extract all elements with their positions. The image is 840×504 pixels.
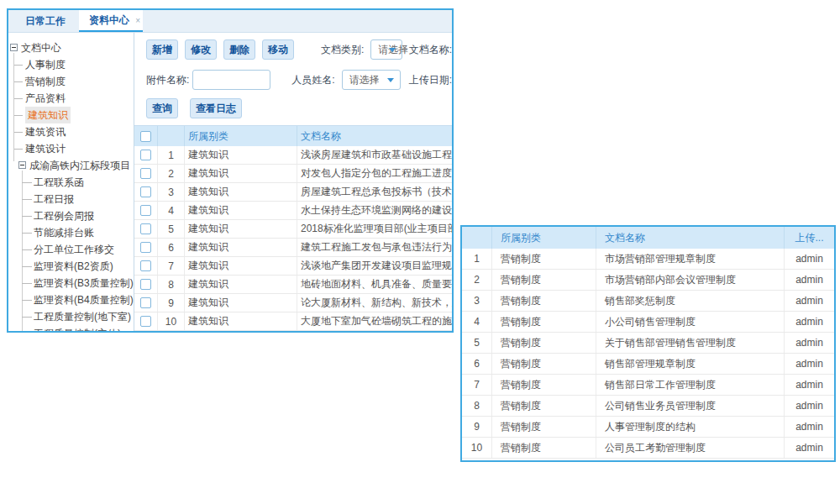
row-checkbox[interactable]: [140, 223, 151, 234]
tree-item[interactable]: 人事制度: [8, 56, 134, 73]
select-all-checkbox[interactable]: [140, 131, 151, 142]
row-doc-name: 市场营销部内部会议管理制度: [596, 270, 785, 290]
row-checkbox[interactable]: [140, 279, 151, 290]
tree-item[interactable]: 建筑设计: [8, 140, 134, 157]
table-row[interactable]: 6 建筑知识 建筑工程施工发包与承包违法行为认定...: [134, 239, 452, 257]
toolbar-button[interactable]: 修改: [185, 39, 217, 60]
table-row[interactable]: 5 营销制度 关于销售部管理销售管理制度 admin: [462, 333, 834, 354]
table-header: 所属别类 文档名称 上传...: [462, 227, 834, 249]
person-name-select[interactable]: 请选择: [342, 70, 401, 90]
table-row[interactable]: 6 营销制度 销售部管理规章制度 admin: [462, 354, 834, 375]
table-row[interactable]: 8 建筑知识 地砖地面材料、机具准备、质量要求及...: [134, 276, 452, 294]
row-checkbox[interactable]: [140, 205, 151, 216]
tree-item[interactable]: 工程联系函: [8, 174, 134, 191]
row-number: 3: [158, 183, 185, 201]
row-checkbox[interactable]: [140, 297, 151, 308]
row-uploader: admin: [785, 270, 834, 290]
person-name-label: 人员姓名:: [291, 73, 334, 87]
row-uploader: admin: [785, 312, 834, 332]
table-body: 1 营销制度 市场营销部管理规章制度 admin 2 营销制度 市场营销部内部会…: [462, 249, 834, 459]
header-category: 所属别类: [492, 227, 596, 249]
tree-item-label: 营销制度: [25, 76, 66, 87]
table-row[interactable]: 3 营销制度 销售部奖惩制度 admin: [462, 291, 834, 312]
tree-item[interactable]: 工程日报: [8, 191, 134, 207]
tree-item[interactable]: 工程质量控制(地下室): [8, 308, 134, 325]
row-uploader: admin: [785, 375, 834, 395]
tree-item[interactable]: 建筑知识: [8, 107, 134, 123]
tree-item-label: 建筑设计: [25, 143, 66, 155]
table-row[interactable]: 2 建筑知识 对发包人指定分包的工程施工进度安排...: [134, 165, 452, 183]
table-row[interactable]: 3 建筑知识 房屋建筑工程总承包投标书（技术标）...: [134, 183, 452, 202]
tree-item[interactable]: 产品资料: [8, 90, 134, 107]
row-number: 2: [158, 165, 185, 182]
table-row[interactable]: 9 营销制度 人事管理制度的结构 admin: [462, 417, 834, 438]
toolbar-button[interactable]: 移动: [262, 39, 294, 60]
table-row[interactable]: 5 建筑知识 2018标准化监理项目部(业主项目部)人员...: [134, 220, 452, 239]
row-number: 4: [158, 202, 185, 219]
table-row[interactable]: 1 建筑知识 浅谈房屋建筑和市政基础设施工程施工...: [134, 146, 452, 165]
row-category: 建筑知识: [185, 276, 297, 293]
header-uploader: 上传...: [785, 227, 834, 249]
row-number: 1: [462, 249, 492, 269]
row-category: 营销制度: [492, 354, 596, 374]
row-number: 8: [462, 396, 492, 416]
toolbar-button[interactable]: 新增: [146, 39, 178, 60]
row-checkbox[interactable]: [140, 316, 151, 327]
tree-item[interactable]: 文档中心: [8, 39, 134, 56]
action-button[interactable]: 查询: [146, 98, 178, 118]
row-doc-name: 建筑工程施工发包与承包违法行为认定...: [297, 239, 452, 256]
tree-item[interactable]: 工程质量控制(主体): [8, 325, 134, 331]
tree-item[interactable]: 监理资料(B3质量控制): [8, 275, 134, 291]
table-row[interactable]: 10 营销制度 公司员工考勤管理制度 admin: [462, 438, 834, 459]
doc-category-select[interactable]: 请选择: [370, 39, 402, 60]
tab[interactable]: 日常工作: [15, 10, 79, 32]
row-doc-name: 水土保持生态环境监测网络的建设与资...: [297, 202, 452, 219]
table-row[interactable]: 4 建筑知识 水土保持生态环境监测网络的建设与资...: [134, 202, 452, 220]
close-icon[interactable]: ×: [135, 10, 140, 31]
person-name-value: 请选择: [349, 71, 380, 89]
row-number: 7: [462, 375, 492, 395]
tree-item[interactable]: 工程例会周报: [8, 207, 134, 224]
collapse-icon[interactable]: [18, 161, 26, 169]
doc-name-label: 文档名称:: [409, 43, 452, 57]
table-row[interactable]: 4 营销制度 小公司销售管理制度 admin: [462, 312, 834, 333]
tree-item[interactable]: 成渝高铁内江标段项目: [8, 157, 134, 174]
row-checkbox[interactable]: [140, 168, 151, 179]
table-row[interactable]: 7 建筑知识 浅谈地产集团开发建设项目监理规划编...: [134, 257, 452, 276]
row-category: 建筑知识: [185, 202, 297, 219]
tab-bar: 日常工作 资料中心 ×: [8, 10, 452, 33]
collapse-icon[interactable]: [10, 44, 18, 51]
row-uploader: admin: [785, 291, 834, 311]
row-doc-name: 公司销售业务员管理制度: [596, 396, 785, 416]
row-category: 建筑知识: [185, 183, 297, 201]
table-row[interactable]: 8 营销制度 公司销售业务员管理制度 admin: [462, 396, 834, 417]
row-doc-name: 房屋建筑工程总承包投标书（技术标）...: [297, 183, 452, 201]
tab[interactable]: 资料中心 ×: [79, 10, 143, 32]
table-header: 所属别类 文档名称: [134, 126, 452, 146]
tab-label: 日常工作: [25, 15, 66, 27]
row-checkbox[interactable]: [140, 150, 151, 160]
table-row[interactable]: 1 营销制度 市场营销部管理规章制度 admin: [462, 249, 834, 270]
row-checkbox[interactable]: [140, 260, 151, 271]
table-row[interactable]: 9 建筑知识 论大厦新材料、新结构、新技术，新工...: [134, 294, 452, 312]
action-button[interactable]: 查看日志: [190, 98, 242, 118]
tree-item[interactable]: 营销制度: [8, 73, 134, 90]
row-number: 8: [158, 276, 185, 293]
tree-item-label: 监理资料(B3质量控制): [34, 277, 134, 289]
marketing-documents-panel: 所属别类 文档名称 上传... 1 营销制度 市场营销部管理规章制度 admin…: [460, 225, 836, 462]
tree-item[interactable]: 监理资料(B2资质): [8, 258, 134, 275]
header-number: [158, 126, 185, 146]
tree-item[interactable]: 监理资料(B4质量控制): [8, 291, 134, 308]
header-doc-name: 文档名称: [297, 126, 452, 146]
tree-item[interactable]: 节能减排台账: [8, 224, 134, 241]
tree-item[interactable]: 建筑资讯: [8, 123, 134, 140]
table-row[interactable]: 7 营销制度 销售部日常工作管理制度 admin: [462, 375, 834, 396]
tree-item-label: 人事制度: [25, 59, 66, 71]
row-checkbox[interactable]: [140, 186, 151, 197]
table-row[interactable]: 10 建筑知识 大厦地下室加气砼墙砌筑工程的施工方...: [134, 312, 452, 331]
tree-item[interactable]: 分工单位工作移交: [8, 241, 134, 258]
toolbar-button[interactable]: 删除: [223, 39, 255, 60]
row-checkbox[interactable]: [140, 242, 151, 253]
attachment-name-input[interactable]: [192, 70, 270, 90]
table-row[interactable]: 2 营销制度 市场营销部内部会议管理制度 admin: [462, 270, 834, 291]
